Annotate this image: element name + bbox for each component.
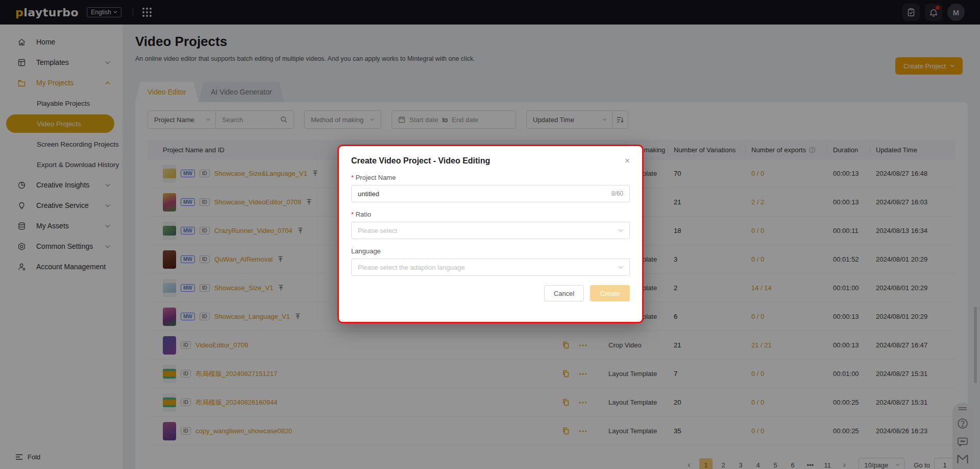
project-name-input[interactable]: untitled 8/60 xyxy=(351,185,630,202)
create-button-disabled[interactable]: Create xyxy=(590,285,630,301)
project-name-label: Project Name xyxy=(351,174,630,181)
ratio-select[interactable]: Please select xyxy=(351,222,630,239)
ratio-label: Ratio xyxy=(351,210,630,218)
chevron-down-icon xyxy=(618,266,623,269)
character-counter: 8/60 xyxy=(611,190,623,197)
create-video-project-modal: Create Video Project - Video Editing × P… xyxy=(337,145,644,323)
language-label: Language xyxy=(351,247,630,255)
modal-title: Create Video Project - Video Editing xyxy=(351,156,490,166)
chevron-down-icon xyxy=(618,229,623,232)
ratio-placeholder: Please select xyxy=(358,227,397,235)
project-name-value: untitled xyxy=(358,190,379,198)
cancel-button[interactable]: Cancel xyxy=(544,285,584,301)
close-icon[interactable]: × xyxy=(625,156,630,165)
language-placeholder: Please select the adaption language xyxy=(358,264,465,271)
language-select[interactable]: Please select the adaption language xyxy=(351,259,630,276)
